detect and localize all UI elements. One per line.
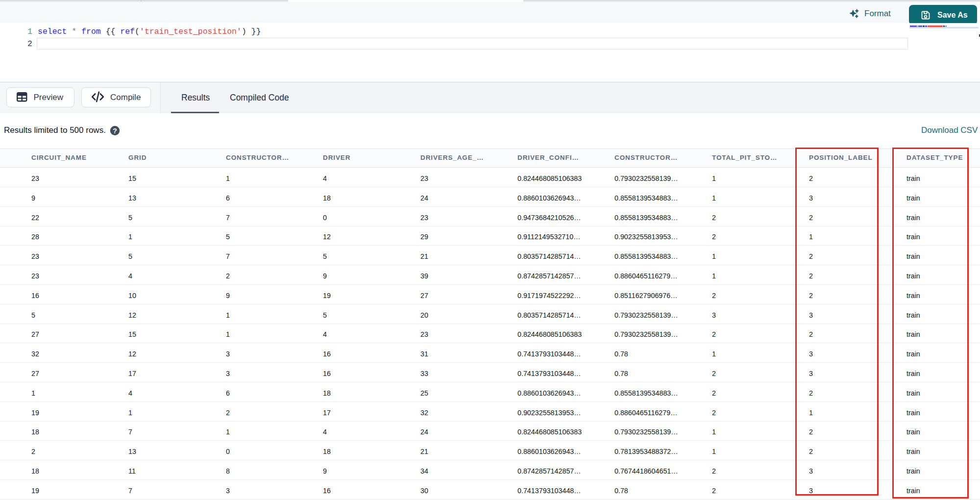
svg-text:?: ? xyxy=(113,127,117,135)
